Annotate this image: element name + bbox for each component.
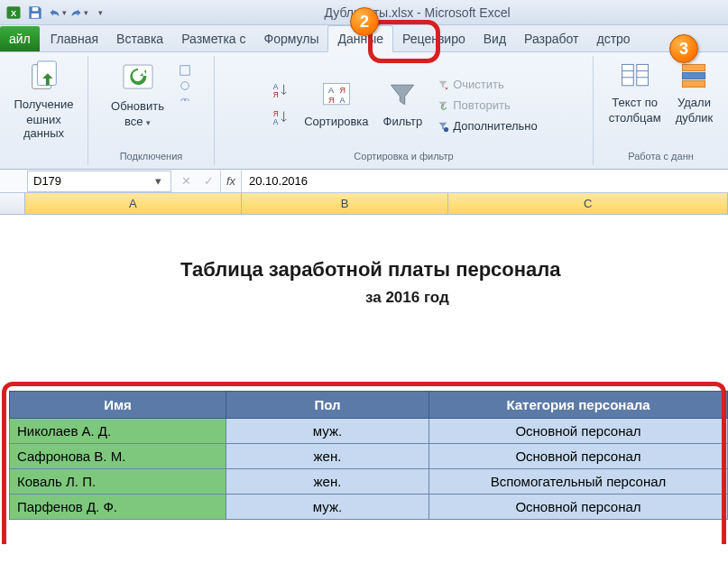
text-to-columns-icon xyxy=(619,60,651,92)
group-sort-filter: АЯ ЯА АЯ ЯА Сортировка Фильтр xyxy=(215,56,594,165)
name-box-value: D179 xyxy=(33,174,61,188)
connections-icon xyxy=(179,64,191,77)
refresh-all-button[interactable]: Обновить все ▾ xyxy=(107,58,168,130)
tab-formulas[interactable]: Формулы xyxy=(255,26,328,51)
svg-point-8 xyxy=(181,82,189,90)
group-label-sortfilter: Сортировка и фильтр xyxy=(354,149,453,163)
col-header-b[interactable]: B xyxy=(242,193,449,214)
sort-asc-button[interactable]: АЯ xyxy=(266,79,293,101)
th-name[interactable]: Имя xyxy=(10,392,226,419)
svg-rect-7 xyxy=(180,66,190,76)
data-table: Имя Пол Категория персонала Николаев А. … xyxy=(9,391,728,520)
svg-text:А: А xyxy=(273,83,279,91)
reapply-button[interactable]: Повторить xyxy=(433,97,541,113)
svg-text:А: А xyxy=(339,96,345,105)
clear-filter-button[interactable]: Очистить xyxy=(433,77,541,92)
excel-icon[interactable]: X xyxy=(4,3,23,23)
svg-rect-26 xyxy=(683,72,705,79)
group-data-tools: Текст по столбцам Удали дублик Работа с … xyxy=(594,56,728,165)
remove-duplicates-button[interactable]: Удали дублик xyxy=(672,58,717,126)
links-icon xyxy=(179,95,191,107)
sort-button[interactable]: АЯ ЯА Сортировка xyxy=(300,77,372,130)
tab-review[interactable]: Рецензиро xyxy=(393,26,475,51)
advanced-icon xyxy=(437,120,449,133)
advanced-filter-button[interactable]: Дополнительно xyxy=(433,118,541,134)
group-external-data: Получение ешних данных xyxy=(0,56,88,165)
get-data-label-2: ешних данных xyxy=(9,113,78,140)
get-data-label-1: Получение xyxy=(14,97,73,111)
svg-text:Я: Я xyxy=(273,110,279,118)
ribbon-body: Получение ешних данных Обновить все ▾ xyxy=(0,52,728,170)
table-row[interactable]: Парфенов Д. Ф. муж. Основной персонал xyxy=(10,495,728,520)
svg-rect-6 xyxy=(124,65,152,88)
table-row[interactable]: Сафронова В. М. жен. Основной персонал xyxy=(10,444,728,469)
spreadsheet-grid[interactable]: A B C Таблица заработной платы персонала… xyxy=(0,193,728,564)
col-header-c[interactable]: C xyxy=(448,193,728,214)
th-gender[interactable]: Пол xyxy=(226,392,429,419)
svg-rect-25 xyxy=(683,64,705,70)
table-row[interactable]: Коваль Л. П. жен. Вспомогательный персон… xyxy=(10,469,728,495)
file-tab[interactable]: айл xyxy=(0,26,40,51)
svg-text:Я: Я xyxy=(273,91,279,99)
funnel-icon xyxy=(386,79,419,111)
svg-rect-2 xyxy=(32,13,39,17)
window-title: Дубликаты.xlsx - Microsoft Excel xyxy=(110,5,724,20)
ttc-label-1: Текст по xyxy=(612,96,658,109)
rd-label-2: дублик xyxy=(676,111,714,125)
qat-customize-icon[interactable]: ▾ xyxy=(90,3,110,23)
tab-pagelayout[interactable]: Разметка с xyxy=(172,26,254,51)
refresh-label-1: Обновить xyxy=(111,99,164,113)
save-icon[interactable] xyxy=(25,3,45,23)
sort-icon: АЯ ЯА xyxy=(320,79,353,111)
external-data-icon xyxy=(27,60,61,94)
sort-desc-icon: ЯА xyxy=(270,107,290,127)
name-box[interactable]: D179 ▾ xyxy=(27,171,171,192)
fx-button[interactable]: fx xyxy=(220,171,242,192)
svg-rect-19 xyxy=(622,64,633,85)
text-to-columns-button[interactable]: Текст по столбцам xyxy=(605,58,665,126)
formula-input[interactable] xyxy=(242,171,728,192)
callout-2: 2 xyxy=(350,7,379,36)
cancel-formula-icon: ✕ xyxy=(181,174,191,188)
svg-text:Я: Я xyxy=(328,96,335,105)
svg-text:Я: Я xyxy=(339,86,346,95)
tab-home[interactable]: Главная xyxy=(41,26,107,51)
tab-view[interactable]: Вид xyxy=(475,26,515,51)
column-headers: A B C xyxy=(0,193,728,215)
quick-access-toolbar: X ▾ ▾ ▾ xyxy=(4,3,110,23)
sheet-title: Таблица заработной платы персонала xyxy=(180,258,561,282)
group-label-connections: Подключения xyxy=(120,149,183,163)
select-all-corner[interactable] xyxy=(0,193,25,214)
svg-rect-3 xyxy=(32,7,39,11)
name-box-dropdown-icon[interactable]: ▾ xyxy=(151,174,165,188)
rd-label-1: Удали xyxy=(677,96,711,109)
refresh-label-2: все xyxy=(124,115,143,128)
tab-insert[interactable]: Вставка xyxy=(107,26,172,51)
th-category[interactable]: Категория персонала xyxy=(429,392,728,419)
col-header-a[interactable]: A xyxy=(25,193,242,214)
properties-button[interactable] xyxy=(175,79,195,93)
sort-label: Сортировка xyxy=(304,115,368,128)
remove-duplicates-icon xyxy=(677,60,710,92)
sort-asc-icon: АЯ xyxy=(270,80,290,100)
ttc-label-2: столбцам xyxy=(609,111,661,125)
table-header-row: Имя Пол Категория персонала xyxy=(10,392,728,419)
clear-icon xyxy=(437,79,449,91)
group-label-external xyxy=(42,149,45,163)
refresh-icon xyxy=(120,60,156,96)
tab-developer[interactable]: Разработ xyxy=(515,26,587,51)
callout-3: 3 xyxy=(669,34,698,63)
get-external-data-button[interactable]: Получение ешних данных xyxy=(5,58,82,142)
svg-text:X: X xyxy=(11,9,17,18)
redo-icon[interactable]: ▾ xyxy=(69,3,88,23)
sheet-subtitle: за 2016 год xyxy=(365,289,449,307)
table-row[interactable]: Николаев А. Д. муж. Основной персонал xyxy=(10,419,728,444)
undo-icon[interactable]: ▾ xyxy=(47,3,67,23)
group-label-datatools: Работа с данн xyxy=(628,149,694,163)
tab-addins[interactable]: дстро xyxy=(587,26,639,51)
edit-links-button[interactable] xyxy=(175,94,195,108)
filter-button[interactable]: Фильтр xyxy=(380,77,427,130)
connections-button[interactable] xyxy=(175,63,195,78)
accept-formula-icon: ✓ xyxy=(204,174,214,188)
sort-desc-button[interactable]: ЯА xyxy=(266,106,293,128)
